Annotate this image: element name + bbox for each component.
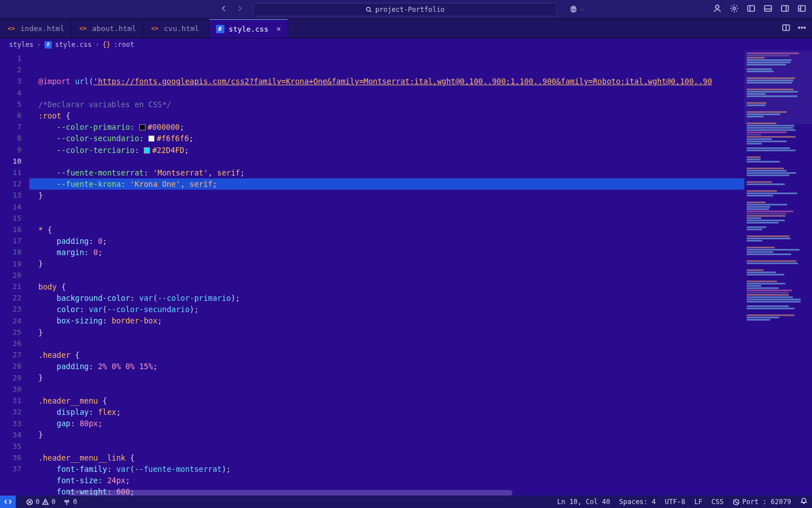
svg-point-1: [716, 5, 719, 8]
code-line[interactable]: :root {: [29, 110, 744, 121]
layout-panel-icon[interactable]: [764, 4, 773, 15]
eol[interactable]: LF: [694, 498, 702, 506]
ports-count: 0: [73, 498, 77, 506]
code-line[interactable]: --color-terciario: #22D4FD;: [29, 144, 744, 156]
language-mode[interactable]: CSS: [712, 498, 724, 506]
layout-customize-icon[interactable]: [797, 4, 806, 15]
tab-about-html[interactable]: <>about.html: [72, 19, 143, 38]
code-line[interactable]: }: [29, 429, 744, 440]
code-line[interactable]: padding: 0;: [29, 235, 744, 247]
code-line[interactable]: [29, 87, 744, 99]
code-line[interactable]: }: [29, 327, 744, 338]
cursor-position[interactable]: Ln 10, Col 40: [557, 498, 610, 506]
code-line[interactable]: .header__menu {: [29, 395, 744, 406]
color-swatch: [144, 147, 150, 154]
indentation[interactable]: Spaces: 4: [619, 498, 656, 506]
svg-rect-4: [765, 6, 771, 11]
split-editor-icon[interactable]: [782, 23, 791, 34]
tab-label: about.html: [92, 24, 136, 33]
close-icon[interactable]: ×: [276, 24, 281, 33]
command-center[interactable]: project-Portfolio: [253, 3, 557, 16]
account-icon[interactable]: [713, 4, 722, 15]
svg-rect-3: [748, 6, 754, 11]
color-swatch: [148, 135, 155, 142]
code-line[interactable]: /*Declarar variables en CSS*/: [29, 99, 744, 110]
code-line[interactable]: [29, 338, 744, 349]
code-line[interactable]: font-size: 24px;: [29, 475, 744, 486]
code-line[interactable]: }: [29, 372, 744, 383]
code-line[interactable]: [29, 440, 744, 452]
nav-back-icon[interactable]: [220, 5, 228, 14]
chevron-right-icon: ›: [37, 41, 41, 49]
code-line[interactable]: [29, 213, 744, 224]
copilot-icon[interactable]: [568, 5, 585, 15]
chevron-down-icon: [580, 7, 585, 12]
svg-point-12: [67, 500, 68, 501]
more-icon[interactable]: [797, 23, 806, 34]
html-file-icon: <>: [7, 24, 16, 33]
code-line[interactable]: }: [29, 258, 744, 269]
tabbar-actions: [776, 19, 812, 38]
error-count: 0: [36, 498, 39, 506]
code-line[interactable]: --fuente-krona: 'Krona One', serif;: [29, 178, 744, 190]
svg-point-8: [798, 27, 800, 28]
code-line[interactable]: [29, 156, 744, 167]
horizontal-scrollbar[interactable]: [59, 490, 677, 496]
code-line[interactable]: }: [29, 190, 744, 201]
code-line[interactable]: gap: 80px;: [29, 418, 744, 429]
html-file-icon: <>: [151, 24, 160, 33]
code-line[interactable]: padding: 2% 0% 0% 15%;: [29, 361, 744, 372]
search-icon: [365, 6, 372, 13]
css-file-icon: #: [216, 25, 224, 33]
code-area[interactable]: @import url('https://fonts.googleapis.co…: [29, 51, 744, 496]
gear-icon[interactable]: [730, 4, 739, 15]
code-line[interactable]: .header__menu__link {: [29, 452, 744, 463]
titlebar-actions: [713, 4, 806, 15]
tab-index-html[interactable]: <>index.html: [0, 19, 72, 38]
remote-indicator[interactable]: [0, 496, 16, 508]
nav-arrows: [220, 5, 244, 14]
problems-indicator[interactable]: 0 0: [26, 498, 55, 506]
code-line[interactable]: --color-secundario: #f6f6f6;: [29, 133, 744, 144]
code-line[interactable]: [29, 383, 744, 395]
nav-forward-icon[interactable]: [236, 5, 244, 14]
warning-icon: [42, 498, 49, 506]
svg-point-10: [804, 27, 805, 28]
radio-tower-icon: [63, 498, 70, 506]
layout-sidebar-left-icon[interactable]: [747, 4, 756, 15]
broadcast-icon: [732, 498, 740, 506]
code-line[interactable]: font-family: var(--fuente-montserrat);: [29, 463, 744, 475]
warning-count: 0: [51, 498, 55, 506]
tab-label: index.html: [20, 24, 64, 33]
breadcrumb[interactable]: styles › # style.css › {} :root: [0, 38, 812, 51]
code-line[interactable]: .header {: [29, 349, 744, 361]
code-line[interactable]: * {: [29, 224, 744, 235]
code-line[interactable]: --fuente-montserrat: 'Montserrat', serif…: [29, 167, 744, 178]
code-line[interactable]: [29, 270, 744, 281]
encoding[interactable]: UTF-8: [665, 498, 685, 506]
breadcrumb-folder: styles: [9, 41, 33, 49]
code-line[interactable]: box-sizing: border-box;: [29, 315, 744, 326]
code-line[interactable]: background-color: var(--color-primario);: [29, 292, 744, 304]
editor: 1234567891011121314151617181920212223242…: [0, 51, 812, 496]
code-line[interactable]: display: flex;: [29, 406, 744, 418]
project-name: project-Portfolio: [376, 6, 445, 14]
breadcrumb-symbol: :root: [114, 41, 134, 49]
tab-style-css[interactable]: #style.css×: [209, 19, 289, 38]
live-server-port[interactable]: Port : 62079: [732, 498, 791, 506]
bell-icon[interactable]: [800, 497, 807, 506]
ports-indicator[interactable]: 0: [63, 498, 77, 506]
code-line[interactable]: [29, 201, 744, 212]
layout-sidebar-right-icon[interactable]: [780, 4, 789, 15]
tab-cvu-html[interactable]: <>cvu.html: [144, 19, 209, 38]
code-line[interactable]: margin: 0;: [29, 247, 744, 258]
code-line[interactable]: --color-primario: #000000;: [29, 121, 744, 133]
code-line[interactable]: color: var(--color-secundario);: [29, 304, 744, 315]
code-line[interactable]: @import url('https://fonts.googleapis.co…: [29, 76, 744, 87]
line-number-gutter: 1234567891011121314151617181920212223242…: [0, 51, 29, 496]
titlebar: project-Portfolio: [0, 0, 812, 19]
breadcrumb-file: style.css: [55, 41, 92, 49]
html-file-icon: <>: [78, 24, 87, 33]
minimap[interactable]: [744, 51, 812, 496]
code-line[interactable]: body {: [29, 281, 744, 292]
